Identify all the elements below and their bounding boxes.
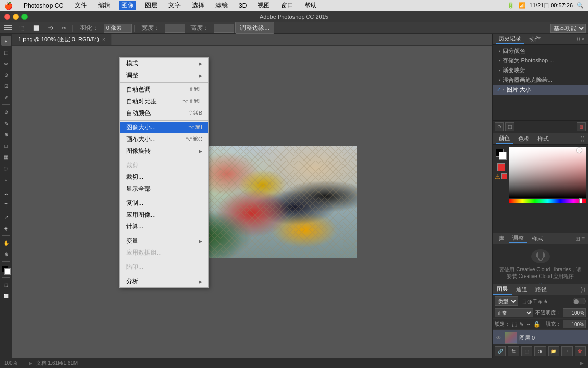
minimize-button[interactable] — [13, 14, 19, 20]
adjustments-panel-tab[interactable]: 库 — [496, 234, 507, 243]
eraser-tool[interactable]: □ — [1, 141, 11, 151]
color-picker-box[interactable] — [509, 147, 586, 198]
status-nav-arrow[interactable]: ▶ — [580, 360, 584, 366]
menu-item-variables[interactable]: 变量 ▶ — [120, 235, 208, 247]
opacity-input[interactable] — [563, 308, 586, 317]
status-menu-arrow[interactable]: ▶ — [29, 361, 32, 366]
crop-tool[interactable]: ⊡ — [1, 81, 11, 91]
history-panel-close[interactable]: × — [582, 36, 585, 42]
filter-shape-icon[interactable]: ◈ — [538, 298, 542, 305]
menu-item-reveal-all[interactable]: 显示全部 — [120, 183, 208, 195]
menu-item-canvas-size[interactable]: 画布大小... ⌥⌘C — [120, 133, 208, 145]
close-button[interactable] — [4, 14, 10, 20]
move-tool[interactable]: ▸ — [1, 36, 11, 46]
lock-pixels-icon[interactable]: ✎ — [519, 321, 524, 328]
document-tab[interactable]: 1.png @ 100% (图层 0, RGB/8*) × — [12, 34, 112, 45]
ps-tool-3[interactable]: ⟲ — [44, 24, 57, 32]
layers-panel-menu-btn[interactable]: ⟩⟩ — [581, 286, 586, 293]
delete-layer-btn[interactable]: 🗑 — [575, 346, 586, 356]
help-menu[interactable]: 帮助 — [302, 1, 320, 10]
color-panel-menu-btn[interactable]: ⟩⟩ — [581, 135, 585, 142]
background-color[interactable] — [4, 268, 11, 275]
gradient-tool[interactable]: ▦ — [1, 152, 11, 162]
quick-select-tool[interactable]: ⊙ — [1, 70, 11, 80]
pen-tool[interactable]: ✒ — [1, 189, 11, 199]
paths-tab[interactable]: 路径 — [531, 285, 551, 294]
image-menu-trigger[interactable]: 图像 — [119, 1, 136, 10]
ps-tool-1[interactable]: ⬚ — [15, 24, 28, 32]
filter-pixel-icon[interactable]: ⬚ — [521, 298, 526, 305]
select-menu[interactable]: 选择 — [189, 1, 207, 10]
list-view-btn[interactable]: ≡ — [581, 235, 585, 242]
menu-item-image-rotate[interactable]: 图像旋转 ▶ — [120, 145, 208, 157]
adjust-edges-button[interactable]: 调整边缘... — [235, 22, 274, 34]
layer-filter-toggle[interactable] — [573, 298, 586, 304]
app-name-menu[interactable]: Photoshop CC — [21, 2, 66, 10]
zoom-tool[interactable]: ⊕ — [1, 249, 11, 259]
layer-row-0[interactable]: 👁 图层 0 — [493, 330, 588, 344]
history-item-h5[interactable]: ✓ ▪ 图片-大小 — [493, 85, 588, 95]
shape-tool[interactable]: ◈ — [1, 223, 11, 233]
create-doc-btn[interactable]: ⬚ — [505, 122, 514, 131]
blend-mode-select[interactable]: 正常 — [495, 308, 533, 317]
filter-adj-icon[interactable]: ◑ — [527, 298, 532, 305]
menu-item-calculations[interactable]: 计算... — [120, 221, 208, 233]
window-menu[interactable]: 窗口 — [279, 1, 296, 10]
delete-state-btn[interactable]: 🗑 — [577, 122, 586, 131]
hue-slider[interactable] — [509, 199, 586, 203]
hue-slider-thumb[interactable] — [579, 198, 582, 203]
menu-item-duplicate[interactable]: 复制... — [120, 197, 208, 209]
width-input[interactable] — [165, 24, 185, 33]
lock-transparent-icon[interactable]: ⬚ — [512, 321, 517, 328]
menu-item-image-size[interactable]: 图像大小... ⌥⌘I — [120, 122, 208, 133]
eyedropper-tool[interactable]: ✐ — [1, 92, 11, 102]
link-layers-btn[interactable]: 🔗 — [495, 346, 506, 356]
filter-menu[interactable]: 滤镜 — [213, 1, 230, 10]
styles-tab[interactable]: 样式 — [534, 134, 552, 143]
fullscreen-button[interactable] — [21, 14, 28, 20]
fill-input[interactable] — [563, 320, 586, 328]
menu-item-auto-color[interactable]: 自动颜色 ⇧⌘B — [120, 107, 208, 119]
menu-item-adjustments[interactable]: 调整 ▶ — [120, 70, 208, 81]
image-dropdown-menu[interactable]: 模式 ▶ 调整 ▶ 自动色调 ⇧⌘L 自动对比度 — [119, 57, 209, 288]
menu-item-apply-image[interactable]: 应用图像... — [120, 209, 208, 221]
ps-tool-2[interactable]: ⬜ — [29, 24, 43, 32]
styles-panel-tab[interactable]: 样式 — [529, 234, 546, 243]
adjustments-tab2[interactable]: 调整 — [509, 234, 527, 243]
menu-item-auto-contrast[interactable]: 自动对比度 ⌥⇧⌘L — [120, 96, 208, 107]
channels-tab[interactable]: 通道 — [512, 285, 531, 294]
color-tab[interactable]: 颜色 — [496, 134, 513, 144]
edit-menu[interactable]: 编辑 — [95, 1, 113, 10]
layer-menu[interactable]: 图层 — [142, 1, 160, 10]
menu-item-mode[interactable]: 模式 ▶ — [120, 58, 208, 70]
layer-filter-type[interactable]: 类型 — [495, 296, 518, 306]
search-icon[interactable]: 🔍 — [577, 2, 584, 9]
menu-item-analysis[interactable]: 分析 ▶ — [120, 275, 208, 287]
fg-bg-swatches[interactable] — [496, 149, 507, 160]
ps-toolbar-icon[interactable] — [2, 23, 14, 33]
new-group-btn[interactable]: 📁 — [548, 346, 559, 356]
grid-view-btn[interactable]: ⊞ — [575, 235, 580, 242]
screen-mode-btn[interactable]: ⬜ — [1, 291, 11, 301]
history-item-h2[interactable]: ▪ 存储为 Photoshop ... — [493, 56, 588, 65]
workspace-select[interactable]: 基本功能 — [550, 24, 586, 33]
add-style-btn[interactable]: fx — [508, 346, 519, 356]
filter-smart-icon[interactable]: ★ — [543, 298, 548, 305]
history-item-h4[interactable]: ▪ 混合器画笔克隆绘... — [493, 75, 588, 85]
type-tool[interactable]: T — [1, 200, 11, 211]
feather-input[interactable] — [104, 24, 132, 33]
menu-item-auto-tone[interactable]: 自动色调 ⇧⌘L — [120, 84, 208, 96]
history-item-h1[interactable]: ▪ 四分颜色 — [493, 46, 588, 56]
layer-visible-toggle[interactable]: 👁 — [495, 334, 503, 342]
height-input[interactable] — [214, 24, 234, 33]
filter-type-icon[interactable]: T — [533, 298, 537, 305]
dodge-tool[interactable]: ○ — [1, 174, 11, 185]
lasso-tool[interactable]: ∞ — [1, 58, 11, 68]
new-adj-btn[interactable]: ◑ — [534, 346, 546, 356]
hand-tool[interactable]: ✋ — [1, 238, 11, 248]
history-item-h3[interactable]: ▪ 渐变映射 — [493, 65, 588, 75]
lock-all-icon[interactable]: 🔒 — [533, 321, 541, 328]
marquee-tool[interactable]: ⬚ — [1, 47, 11, 57]
document-canvas[interactable] — [12, 46, 492, 358]
menu-item-trim[interactable]: 裁切... — [120, 171, 208, 183]
